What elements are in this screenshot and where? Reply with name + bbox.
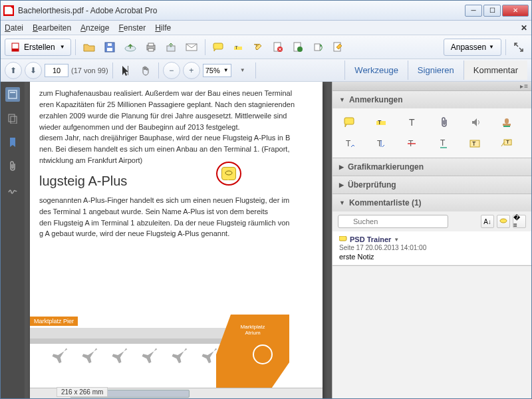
- text-edit-button[interactable]: T: [249, 39, 267, 56]
- cloud-button[interactable]: [121, 39, 140, 56]
- zoom-select[interactable]: 75%▼: [203, 64, 231, 77]
- thumbnails-icon[interactable]: [5, 87, 20, 102]
- open-button[interactable]: [80, 39, 98, 56]
- create-pdf-icon: [11, 42, 21, 53]
- sort-button[interactable]: A↓: [481, 215, 494, 228]
- text-tool[interactable]: T: [403, 115, 422, 130]
- rotate-button[interactable]: [309, 39, 327, 56]
- minimize-button[interactable]: ─: [465, 5, 482, 17]
- svg-text:T: T: [235, 45, 238, 51]
- form-button[interactable]: [329, 39, 346, 56]
- left-sidebar: [1, 82, 25, 398]
- callout-tool[interactable]: T: [497, 136, 516, 151]
- airplane-icon: [170, 346, 188, 364]
- attach-file-tool[interactable]: [435, 115, 454, 130]
- highlight-text-tool[interactable]: T: [372, 115, 390, 130]
- hand-tool-button[interactable]: [137, 62, 154, 79]
- stamp-tool[interactable]: [497, 115, 516, 130]
- maximize-button[interactable]: ☐: [483, 5, 501, 17]
- zoom-out-button[interactable]: −: [163, 62, 180, 79]
- svg-rect-25: [11, 116, 17, 124]
- highlight-icon: T: [233, 43, 243, 52]
- airplane-icon: [140, 346, 158, 364]
- menu-anzeige[interactable]: Anzeige: [80, 23, 109, 33]
- insert-text-tool[interactable]: T: [340, 136, 359, 151]
- zoom-more-button[interactable]: ▼: [234, 62, 251, 79]
- panel-grip[interactable]: ▸≡: [332, 82, 531, 91]
- tab-werkzeuge[interactable]: Werkzeuge: [344, 61, 408, 80]
- comment-bubble-button[interactable]: [209, 39, 227, 56]
- next-page-button[interactable]: ⬇: [25, 62, 42, 79]
- svg-rect-11: [213, 43, 223, 49]
- rotate-icon: [313, 42, 323, 53]
- section-anmerkungen[interactable]: ▼Anmerkungen: [332, 91, 531, 108]
- menubar-close-icon[interactable]: ✕: [521, 23, 527, 33]
- menu-bearbeiten[interactable]: Bearbeiten: [33, 23, 71, 33]
- envelope-icon: [186, 43, 198, 52]
- svg-rect-24: [9, 114, 15, 122]
- options-button[interactable]: � ≡: [513, 215, 526, 228]
- save-button[interactable]: [101, 39, 118, 56]
- app-icon: [3, 5, 14, 16]
- section-ueberpruefung[interactable]: ▶Überprüfung: [332, 176, 531, 194]
- comment-meta: Seite 17 20.06.2013 14:01:00: [339, 244, 525, 251]
- doc-text: sogenannten A-Plus-Finger handelt es sic…: [39, 196, 313, 205]
- comment-item[interactable]: PSD Trainer ▼ Seite 17 20.06.2013 14:01:…: [332, 231, 531, 265]
- email-button[interactable]: [182, 39, 201, 56]
- doc-text: den Flugsteig A im Terminal 1 abzuleiten…: [39, 218, 313, 228]
- menu-hilfe[interactable]: Hilfe: [155, 23, 171, 33]
- sticky-note-annotation[interactable]: [221, 167, 236, 180]
- menu-dots-icon[interactable]: ▸≡: [520, 82, 529, 90]
- filter-button[interactable]: [497, 215, 510, 228]
- doc-text: eren Kapazitäten für 25 Millionen Passag…: [39, 100, 313, 110]
- speech-bubble-icon: [339, 236, 347, 243]
- hand-icon: [140, 65, 151, 76]
- tab-kommentar[interactable]: Kommentar: [464, 61, 527, 80]
- section-label: Kommentarliste (1): [349, 198, 422, 207]
- menubar: Datei Bearbeiten Anzeige Fenster Hilfe ✕: [1, 21, 531, 35]
- highlight-button[interactable]: T: [229, 39, 247, 56]
- svg-rect-3: [107, 48, 112, 51]
- attachment-icon[interactable]: [5, 159, 20, 174]
- document-area[interactable]: zum Flughafenausbau realisiert. Außerdem…: [25, 82, 332, 398]
- page-count-label: (17 von 99): [71, 66, 108, 74]
- form-icon: [332, 42, 343, 53]
- customize-button[interactable]: Anpassen▼: [444, 39, 501, 56]
- menu-fenster[interactable]: Fenster: [118, 23, 146, 33]
- share-button[interactable]: [162, 39, 180, 56]
- select-tool-button[interactable]: [117, 62, 134, 79]
- print-button[interactable]: [142, 39, 160, 56]
- svg-text:T: T: [409, 117, 415, 128]
- delete-comment-button[interactable]: [269, 39, 287, 56]
- section-label: Anmerkungen: [349, 95, 403, 104]
- dropdown-arrow-icon: ▼: [394, 237, 399, 243]
- page-number-input[interactable]: [45, 64, 68, 77]
- signatures-icon[interactable]: [5, 183, 20, 198]
- pages-icon[interactable]: [5, 111, 20, 126]
- create-button[interactable]: Erstellen ▼: [5, 39, 71, 56]
- audio-tool[interactable]: [466, 115, 485, 130]
- airplane-icon: [80, 346, 98, 364]
- zoom-in-button[interactable]: +: [183, 62, 200, 79]
- underline-tool[interactable]: T: [435, 136, 454, 151]
- prev-page-button[interactable]: ⬆: [5, 62, 22, 79]
- pier-label: Marktplatz Pier: [30, 317, 78, 326]
- close-button[interactable]: ✕: [502, 5, 529, 17]
- section-grafik[interactable]: ▶Grafikmarkierungen: [332, 158, 531, 176]
- svg-rect-21: [128, 66, 128, 75]
- section-kommentarliste[interactable]: ▼Kommentarliste (1): [332, 194, 531, 211]
- tab-signieren[interactable]: Signieren: [408, 61, 464, 80]
- stamp-button[interactable]: [289, 39, 307, 56]
- strikethrough-tool[interactable]: T: [403, 136, 422, 151]
- dropdown-arrow-icon: ▼: [489, 44, 494, 50]
- sticky-note-tool[interactable]: [340, 115, 359, 130]
- replace-text-tool[interactable]: T: [372, 136, 390, 151]
- pdf-page: zum Flughafenausbau realisiert. Außerdem…: [30, 82, 323, 398]
- bookmark-icon[interactable]: [5, 135, 20, 150]
- text-box-tool[interactable]: T: [466, 136, 485, 151]
- fullscreen-button[interactable]: [510, 39, 527, 56]
- svg-text:T: T: [472, 140, 476, 147]
- comment-panel: ▸≡ ▼Anmerkungen T T T T T T T T: [332, 82, 531, 398]
- menu-datei[interactable]: Datei: [5, 23, 23, 33]
- comment-search-input[interactable]: [338, 215, 448, 228]
